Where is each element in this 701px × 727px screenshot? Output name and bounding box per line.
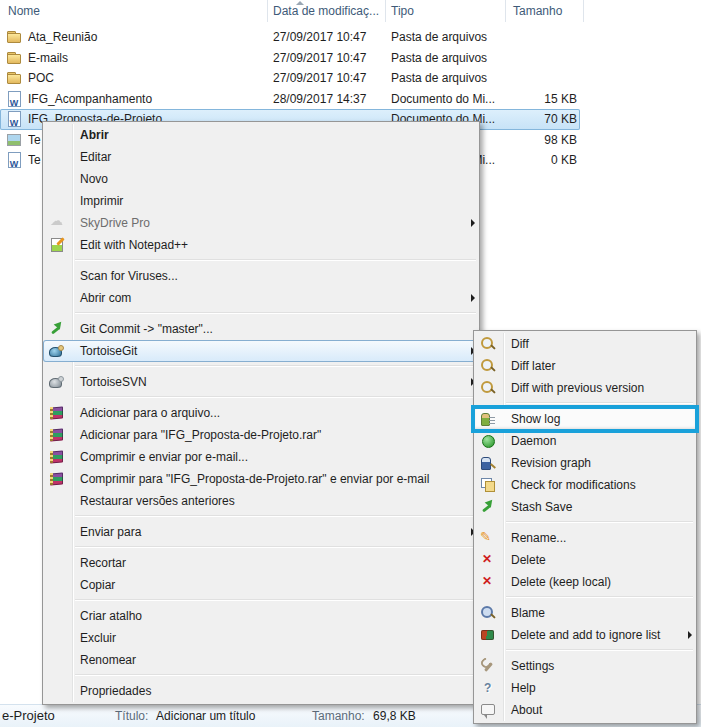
- submenu-item[interactable]: Blame: [474, 602, 696, 624]
- submenu-item[interactable]: Diff: [474, 333, 696, 355]
- context-menu-item[interactable]: Editar: [43, 146, 479, 168]
- context-menu-item[interactable]: Comprimir para "IFG_Proposta-de-Projeto.…: [43, 468, 479, 490]
- about-bubble-icon: [480, 702, 496, 718]
- context-menu-item[interactable]: Adicionar para "IFG_Proposta-de-Projeto.…: [43, 424, 479, 446]
- menu-item-label: Delete (keep local): [511, 575, 611, 589]
- file-row[interactable]: IFG_Acompanhamento 28/09/2017 14:37 Docu…: [0, 89, 580, 110]
- context-menu-item[interactable]: Copiar: [43, 574, 479, 596]
- menu-separator: [75, 259, 476, 261]
- context-menu-item[interactable]: Abrir com: [43, 287, 479, 309]
- statusbar-title-group: Título: Adicionar um título: [115, 705, 255, 727]
- submenu-item[interactable]: Delete (keep local): [474, 571, 696, 593]
- context-menu-item[interactable]: Propriedades: [43, 680, 479, 702]
- column-divider[interactable]: [505, 0, 506, 22]
- column-header-tipo[interactable]: Tipo: [391, 0, 414, 22]
- menu-item-label: Revision graph: [511, 456, 591, 470]
- column-divider[interactable]: [583, 0, 584, 22]
- context-menu-item[interactable]: Scan for Viruses...: [43, 265, 479, 287]
- context-menu-item[interactable]: TortoiseGit: [43, 340, 479, 362]
- size-label: Tamanho:: [312, 709, 365, 723]
- no-icon: [49, 524, 65, 540]
- submenu-item[interactable]: Help: [474, 677, 696, 699]
- file-size: [505, 48, 577, 69]
- menu-item-label: Daemon: [511, 434, 556, 448]
- word-icon: [6, 111, 22, 127]
- file-size: 70 KB: [505, 109, 577, 130]
- menu-item-label: Delete and add to ignore list: [511, 628, 660, 642]
- column-header-nome[interactable]: Nome: [8, 0, 40, 22]
- context-menu-item[interactable]: Renomear: [43, 649, 479, 671]
- magnifier-icon: [480, 336, 496, 352]
- submenu-arrow-icon: [688, 631, 692, 639]
- context-menu-item[interactable]: Enviar para: [43, 521, 479, 543]
- no-icon: [49, 630, 65, 646]
- file-size: [505, 68, 577, 89]
- file-name: Ata_Reunião: [28, 27, 263, 48]
- submenu-item[interactable]: About: [474, 699, 696, 721]
- column-header-tamanho[interactable]: Tamanho: [513, 0, 562, 22]
- context-menu-item[interactable]: Novo: [43, 168, 479, 190]
- context-menu-item[interactable]: Imprimir: [43, 190, 479, 212]
- context-menu-item[interactable]: Recortar: [43, 552, 479, 574]
- menu-separator: [75, 515, 476, 517]
- submenu-item[interactable]: Revision graph: [474, 452, 696, 474]
- context-menu-item[interactable]: Restaurar versões anteriores: [43, 490, 479, 512]
- context-menu-item[interactable]: Excluir: [43, 627, 479, 649]
- file-date: 27/09/2017 10:47: [273, 48, 383, 69]
- revision-graph-icon: [480, 455, 496, 471]
- context-menu-item[interactable]: Comprimir e enviar por e-mail...: [43, 446, 479, 468]
- menu-item-label: About: [511, 703, 542, 717]
- submenu-item[interactable]: Delete and add to ignore list: [474, 624, 696, 646]
- column-header-data-de-modifica[interactable]: Data de modificaç...: [273, 0, 379, 22]
- menu-separator: [506, 596, 693, 598]
- notepadpp-icon: [49, 237, 65, 253]
- context-menu-item[interactable]: TortoiseSVN: [43, 371, 479, 393]
- submenu-item[interactable]: Show log: [474, 408, 696, 430]
- file-type: Pasta de arquivos: [391, 27, 504, 48]
- file-row[interactable]: POC 27/09/2017 10:47 Pasta de arquivos: [0, 68, 580, 89]
- statusbar-filename-partial: e-Projeto: [2, 705, 55, 727]
- context-menu-item[interactable]: Edit with Notepad++: [43, 234, 479, 256]
- submenu-item[interactable]: Stash Save: [474, 496, 696, 518]
- submenu-item[interactable]: Settings: [474, 655, 696, 677]
- context-menu-item[interactable]: SkyDrive Pro: [43, 212, 479, 234]
- context-menu-item[interactable]: Git Commit -> "master"...: [43, 318, 479, 340]
- file-size: [505, 27, 577, 48]
- submenu-item[interactable]: Rename...: [474, 527, 696, 549]
- winrar-icon: [49, 449, 65, 465]
- menu-item-label: Comprimir para "IFG_Proposta-de-Projeto.…: [80, 472, 429, 486]
- submenu-item[interactable]: Check for modifications: [474, 474, 696, 496]
- menu-item-label: Abrir: [80, 128, 109, 142]
- submenu-item[interactable]: Delete: [474, 549, 696, 571]
- menu-item-label: Editar: [80, 150, 111, 164]
- menu-item-label: Diff: [511, 337, 529, 351]
- submenu-item[interactable]: Diff with previous version: [474, 377, 696, 399]
- column-divider[interactable]: [267, 0, 268, 22]
- menu-item-label: Help: [511, 681, 536, 695]
- menu-item-label: Adicionar para o arquivo...: [80, 406, 220, 420]
- context-menu-item[interactable]: Abrir: [43, 124, 479, 146]
- file-name: E-mails: [28, 48, 263, 69]
- menu-separator: [75, 546, 476, 548]
- no-icon: [49, 493, 65, 509]
- no-icon: [49, 149, 65, 165]
- menu-item-label: Renomear: [80, 653, 136, 667]
- column-divider[interactable]: [385, 0, 386, 22]
- file-name: IFG_Acompanhamento: [28, 89, 263, 110]
- submenu-item[interactable]: Diff later: [474, 355, 696, 377]
- file-row[interactable]: Ata_Reunião 27/09/2017 10:47 Pasta de ar…: [0, 27, 580, 48]
- menu-item-label: Scan for Viruses...: [80, 269, 178, 283]
- red-x-icon: [480, 574, 496, 590]
- title-value[interactable]: Adicionar um título: [156, 709, 255, 723]
- submenu-item[interactable]: Daemon: [474, 430, 696, 452]
- size-value: 69,8 KB: [373, 709, 416, 723]
- file-row[interactable]: E-mails 27/09/2017 10:47 Pasta de arquiv…: [0, 48, 580, 69]
- context-menu-item[interactable]: Criar atalho: [43, 605, 479, 627]
- context-menu-item[interactable]: Adicionar para o arquivo...: [43, 402, 479, 424]
- tortoisegit-turtle-icon: [49, 343, 65, 359]
- menu-separator: [75, 674, 476, 676]
- statusbar-size-group: Tamanho: 69,8 KB: [312, 705, 416, 727]
- title-label: Título:: [115, 709, 148, 723]
- menu-item-label: Novo: [80, 172, 108, 186]
- file-size: 15 KB: [505, 89, 577, 110]
